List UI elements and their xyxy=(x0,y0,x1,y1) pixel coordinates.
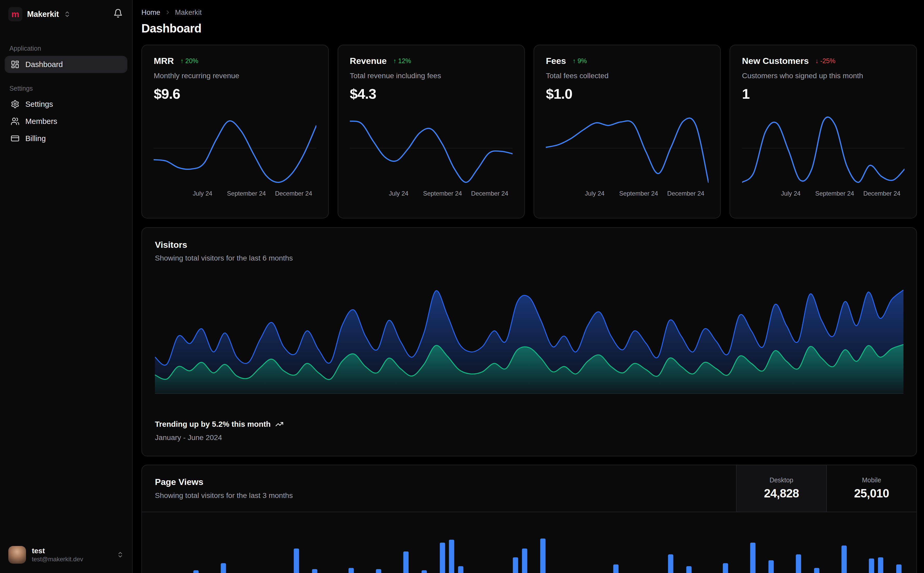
page-views-header: Page Views Showing total visitors for th… xyxy=(142,465,916,512)
x-tick: September 24 xyxy=(815,190,854,197)
toggle-mobile-value: 25,010 xyxy=(854,487,889,500)
x-tick: July 24 xyxy=(781,190,800,197)
x-tick: December 24 xyxy=(667,190,704,197)
stat-cards-row: MRR ↑ 20% Monthly recurring revenue $9.6… xyxy=(141,45,917,218)
trend-value: 9% xyxy=(577,57,587,65)
sidebar-header: m Makerkit xyxy=(5,6,127,22)
x-tick: December 24 xyxy=(863,190,900,197)
arrow-up-icon: ↑ xyxy=(393,57,396,65)
x-axis-labels: July 24 September 24 December 24 xyxy=(154,190,316,198)
stat-title: New Customers xyxy=(742,56,809,66)
stat-value: $1.0 xyxy=(546,86,709,102)
brand-name: Makerkit xyxy=(27,9,59,19)
mrr-sparkline-chart xyxy=(154,116,316,187)
sidebar-section-application: Application xyxy=(5,45,127,52)
visitors-date-range: January - June 2024 xyxy=(155,433,904,442)
page-views-card: Page Views Showing total visitors for th… xyxy=(141,465,917,573)
app-root: m Makerkit Application Dashboard Setting… xyxy=(0,0,924,573)
brand-logo-letter: m xyxy=(11,9,19,19)
trend-badge: ↓ -25% xyxy=(815,57,835,65)
arrow-up-icon: ↑ xyxy=(573,57,576,65)
x-tick: September 24 xyxy=(423,190,462,197)
x-tick: December 24 xyxy=(471,190,508,197)
brand-logo: m xyxy=(8,7,22,21)
user-avatar xyxy=(8,546,26,564)
trend-value: -25% xyxy=(820,57,835,65)
trend-badge: ↑ 20% xyxy=(180,57,198,65)
stat-subtitle: Total revenue including fees xyxy=(350,71,513,80)
toggle-desktop-label: Desktop xyxy=(770,476,793,484)
stat-value: $4.3 xyxy=(350,86,513,102)
revenue-sparkline-chart xyxy=(350,116,513,187)
stat-card-new-customers: New Customers ↓ -25% Customers who signe… xyxy=(729,45,917,218)
arrow-up-icon: ↑ xyxy=(180,57,184,65)
toggle-desktop-value: 24,828 xyxy=(764,487,799,500)
sidebar-item-settings[interactable]: Settings xyxy=(5,96,127,113)
customers-sparkline-chart xyxy=(742,116,905,187)
trend-badge: ↑ 12% xyxy=(393,57,411,65)
workspace-selector[interactable]: m Makerkit xyxy=(8,7,71,21)
sidebar-item-label: Members xyxy=(25,117,57,126)
users-icon xyxy=(11,117,19,126)
x-axis-labels: July 24 September 24 December 24 xyxy=(546,190,709,198)
stat-title: Revenue xyxy=(350,56,387,66)
trend-value: 12% xyxy=(398,57,411,65)
stat-value: $9.6 xyxy=(154,86,316,102)
page-views-bar-chart xyxy=(155,525,904,573)
sidebar-item-label: Settings xyxy=(25,100,53,108)
user-email: test@makerkit.dev xyxy=(32,556,83,563)
visitors-trend-text: Trending up by 5.2% this month xyxy=(155,420,271,429)
visitors-area-chart xyxy=(155,279,904,394)
stat-subtitle: Total fees collected xyxy=(546,71,709,80)
notifications-button[interactable] xyxy=(112,7,124,21)
x-tick: September 24 xyxy=(619,190,658,197)
x-tick: July 24 xyxy=(193,190,212,197)
stat-title: Fees xyxy=(546,56,566,66)
sidebar-item-billing[interactable]: Billing xyxy=(5,130,127,147)
page-title: Dashboard xyxy=(141,22,917,35)
visitors-card: Visitors Showing total visitors for the … xyxy=(141,227,917,456)
page-views-title: Page Views xyxy=(155,477,723,487)
sidebar-item-label: Billing xyxy=(25,134,46,143)
user-name: test xyxy=(32,547,83,555)
fees-sparkline-chart xyxy=(546,116,709,187)
stat-card-mrr: MRR ↑ 20% Monthly recurring revenue $9.6… xyxy=(141,45,328,218)
page-views-subtitle: Showing total visitors for the last 3 mo… xyxy=(155,491,723,500)
trending-up-icon xyxy=(275,420,284,428)
toggle-mobile[interactable]: Mobile 25,010 xyxy=(826,465,916,512)
sidebar-item-members[interactable]: Members xyxy=(5,113,127,130)
visitors-footer: Trending up by 5.2% this month January -… xyxy=(155,420,904,442)
x-axis-labels: July 24 September 24 December 24 xyxy=(350,190,513,198)
x-tick: December 24 xyxy=(275,190,312,197)
gear-icon xyxy=(11,100,19,108)
chevrons-up-down-icon xyxy=(117,551,124,558)
sidebar-item-label: Dashboard xyxy=(25,60,63,69)
credit-card-icon xyxy=(11,134,19,143)
stat-title: MRR xyxy=(154,56,174,66)
chevrons-up-down-icon xyxy=(64,11,71,18)
stat-subtitle: Customers who signed up this month xyxy=(742,71,905,80)
breadcrumb-home-link[interactable]: Home xyxy=(141,8,160,17)
sidebar: m Makerkit Application Dashboard Setting… xyxy=(0,0,133,573)
bell-icon xyxy=(113,9,123,18)
stat-subtitle: Monthly recurring revenue xyxy=(154,71,316,80)
chevron-right-icon xyxy=(165,9,171,16)
stat-value: 1 xyxy=(742,86,905,102)
toggle-mobile-label: Mobile xyxy=(862,476,881,484)
visitors-subtitle: Showing total visitors for the last 6 mo… xyxy=(155,254,904,262)
trend-value: 20% xyxy=(185,57,198,65)
sidebar-item-dashboard[interactable]: Dashboard xyxy=(5,56,127,73)
trend-badge: ↑ 9% xyxy=(573,57,587,65)
sidebar-section-settings: Settings xyxy=(5,85,127,92)
x-tick: July 24 xyxy=(585,190,604,197)
toggle-desktop[interactable]: Desktop 24,828 xyxy=(736,465,826,512)
x-tick: September 24 xyxy=(227,190,266,197)
dashboard-icon xyxy=(11,60,19,69)
arrow-down-icon: ↓ xyxy=(815,57,819,65)
breadcrumb-current: Makerkit xyxy=(175,8,202,17)
user-menu[interactable]: test test@makerkit.dev xyxy=(5,544,127,566)
stat-card-fees: Fees ↑ 9% Total fees collected $1.0 July… xyxy=(533,45,721,218)
visitors-title: Visitors xyxy=(155,240,904,250)
main-content: Home Makerkit Dashboard MRR ↑ 20% Monthl… xyxy=(133,0,924,573)
x-axis-labels: July 24 September 24 December 24 xyxy=(742,190,905,198)
